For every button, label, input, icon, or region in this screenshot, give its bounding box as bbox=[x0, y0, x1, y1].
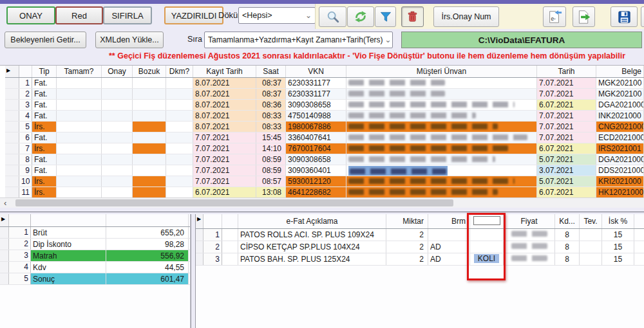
horizontal-scrollbar[interactable]: ‹ bbox=[0, 197, 644, 208]
doc-export-button[interactable] bbox=[573, 6, 595, 27]
table-row[interactable]: 4Fat.8.07.202108:3347501409887.07.2021IN… bbox=[5, 111, 644, 122]
row-marker-cell bbox=[5, 122, 19, 132]
filter-button-yazdirildi[interactable]: YAZDIRILDI bbox=[164, 6, 223, 24]
line-items-body: 1PATOS ROLLS ACI. SP. PLUS 109X2428152Cİ… bbox=[196, 229, 644, 266]
bekleyenleri-getir-button[interactable]: Bekleyenleri Getir... bbox=[5, 32, 86, 48]
cell-n: 6 bbox=[19, 132, 32, 143]
cell-dkm bbox=[166, 154, 193, 165]
table-row[interactable]: 1Fat.8.07.202108:3762303311777.07.2021MG… bbox=[5, 78, 644, 89]
cell-musteri bbox=[346, 100, 537, 110]
table-row[interactable]: 10İrs.7.07.202108:5759300121205.07.2021K… bbox=[5, 176, 644, 187]
cell-saat: 08:37 bbox=[256, 78, 286, 88]
filter-button[interactable] bbox=[375, 6, 396, 27]
row-marker-cell bbox=[5, 176, 19, 187]
totals-row[interactable]: 4Kdv44,55 bbox=[0, 262, 190, 273]
sira-dropdown[interactable]: Tamamlanma+Yazdırma+Kayıt Zamanı+Tarih(T… bbox=[204, 32, 393, 48]
column-header-tev: Tev. bbox=[580, 214, 602, 228]
irs-onay-num-button[interactable]: İrs.Onay Num bbox=[433, 6, 499, 27]
totals-row[interactable]: 2Dip İskonto98,28 bbox=[0, 239, 190, 250]
cell-tamam bbox=[57, 165, 102, 176]
cell-vkn: 5930012120 bbox=[286, 176, 346, 187]
cell-brm: AD bbox=[428, 241, 470, 253]
table-row[interactable]: 7İrs.7.07.202114:1076700176046.07.2021IR… bbox=[5, 143, 644, 154]
cell-belge: DGA2021000 bbox=[596, 100, 644, 110]
filter-icon bbox=[379, 10, 392, 23]
cell-saat: 08:33 bbox=[256, 111, 286, 121]
cell-dkm bbox=[166, 100, 193, 110]
filter-button-sifirla[interactable]: SIFIRLA bbox=[103, 6, 152, 24]
row-marker-cell bbox=[5, 89, 19, 99]
line-item-row[interactable]: 1PATOS ROLLS ACI. SP. PLUS 109X242815 bbox=[196, 229, 644, 241]
row-marker-cell bbox=[0, 273, 9, 284]
cell-musteri bbox=[346, 176, 537, 187]
cell-tip: Fat. bbox=[32, 100, 57, 110]
cell-belge: DDS2021000 bbox=[596, 165, 644, 176]
table-row[interactable]: 2Fat.8.07.202108:3762303311777.07.2021MG… bbox=[5, 89, 644, 100]
scroll-left-arrow-icon[interactable]: ‹ bbox=[4, 199, 6, 208]
partial-toolbar-button[interactable] bbox=[641, 6, 644, 27]
table-row[interactable]: 8Fat.7.07.202108:5930903086585.07.2021DG… bbox=[5, 154, 644, 165]
cell-bozuk bbox=[133, 176, 166, 187]
cell-tamam bbox=[57, 111, 102, 121]
table-row[interactable]: 3Fat.8.07.202108:3630903086586.07.2021DG… bbox=[5, 100, 644, 111]
cell-total-label: Matrah bbox=[31, 250, 106, 261]
totals-row[interactable]: 1Brüt655,20 bbox=[0, 227, 190, 239]
cell-n: 11 bbox=[19, 187, 32, 197]
irs-onay-num-label: İrs.Onay Num bbox=[441, 12, 491, 21]
cell-musteri bbox=[346, 143, 537, 154]
cell-onay bbox=[102, 165, 133, 176]
totals-table-header: ▶ bbox=[0, 214, 190, 227]
cell-bozuk bbox=[133, 187, 166, 197]
cell-aciklama: CİPSO KETÇAP SP.PLUS 104X24 bbox=[238, 241, 386, 253]
table-row[interactable]: 9Fat.7.07.202108:5930903604013.07.2021DD… bbox=[5, 165, 644, 176]
cell-vkn: 3360407641 bbox=[286, 132, 346, 143]
column-header-kayit: Kayıt Tarih bbox=[193, 66, 256, 77]
cell-tip: Fat. bbox=[32, 154, 57, 165]
cell-isk: 15 bbox=[602, 229, 634, 241]
row-marker-icon: ▶ bbox=[196, 214, 204, 228]
totals-header bbox=[9, 214, 31, 226]
line-item-row[interactable]: 3PATOS BAH. SP. PLUS 125X242ADKOLI815 bbox=[196, 253, 644, 266]
filter-button-red[interactable]: Red bbox=[55, 6, 103, 24]
cell-tip: İrs. bbox=[32, 176, 57, 187]
row-marker-cell bbox=[5, 154, 19, 165]
cell-onay bbox=[102, 78, 133, 88]
cell-saat: 15:45 bbox=[256, 132, 286, 143]
cell-onay bbox=[102, 143, 133, 154]
scrollbar-thumb[interactable] bbox=[15, 199, 453, 206]
table-row[interactable]: 6Fat.7.07.202115:4533604076417.07.2021EC… bbox=[5, 132, 644, 143]
dokum-dropdown[interactable]: <Hepsi> ⌄ bbox=[238, 7, 316, 24]
refresh-button[interactable] bbox=[347, 6, 374, 27]
table-row[interactable]: 5İrs.8.07.202108:3319800678867.07.2021CN… bbox=[5, 122, 644, 132]
censored-text bbox=[348, 102, 515, 107]
table-row[interactable]: 11İrs.6.07.202113:0846412286826.07.2021H… bbox=[5, 187, 644, 198]
cell-kayit: 7.07.2021 bbox=[193, 165, 256, 176]
row-marker-cell bbox=[5, 111, 19, 121]
cell-tarih: 7.07.2021 bbox=[537, 122, 596, 132]
totals-row[interactable]: 3Matrah556,92 bbox=[0, 250, 190, 262]
column-header-tamam: Tamam? bbox=[57, 66, 102, 77]
sira-label: Sıra bbox=[187, 35, 202, 44]
vertical-splitter[interactable] bbox=[191, 214, 196, 328]
cell-tip: Fat. bbox=[32, 78, 57, 88]
filter-button-onay[interactable]: ONAY bbox=[6, 6, 55, 24]
cell-dkm bbox=[166, 89, 193, 99]
cell-tev bbox=[580, 253, 602, 265]
cell-tarih: 7.07.2021 bbox=[537, 111, 596, 121]
cell-tev bbox=[580, 229, 602, 241]
cell-n: 2 bbox=[19, 89, 32, 99]
censored-text bbox=[348, 156, 495, 162]
delete-button[interactable] bbox=[401, 6, 424, 27]
cell-bozuk bbox=[133, 154, 166, 165]
cell-aciklama: PATOS BAH. SP. PLUS 125X24 bbox=[238, 253, 386, 265]
totals-row[interactable]: 5Sonuç601,47 bbox=[0, 273, 190, 285]
e-doc-import-button[interactable]: e- bbox=[543, 6, 566, 27]
line-item-row[interactable]: 2CİPSO KETÇAP SP.PLUS 104X242AD815 bbox=[196, 241, 644, 253]
censored-text bbox=[348, 145, 508, 151]
totals-header bbox=[106, 214, 189, 226]
row-filler bbox=[634, 241, 644, 253]
save-button[interactable] bbox=[611, 6, 638, 27]
xmlden-yukle-button[interactable]: XMLden Yükle... bbox=[95, 32, 164, 48]
cell-tev bbox=[580, 241, 602, 253]
search-button[interactable] bbox=[319, 6, 346, 27]
